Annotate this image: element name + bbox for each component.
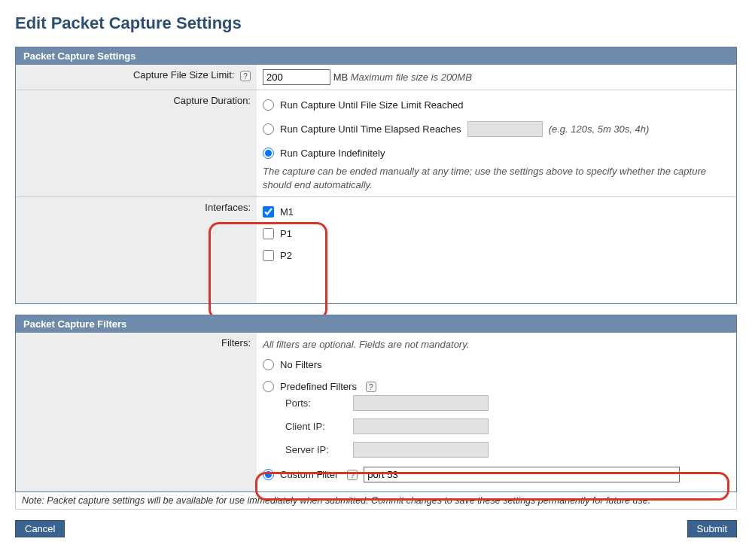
packet-capture-settings-panel: Packet Capture Settings Capture File Siz… xyxy=(15,47,737,304)
submit-button[interactable]: Submit xyxy=(687,520,737,537)
filter-opt-predefined: Predefined Filters xyxy=(280,381,357,392)
help-icon[interactable]: ? xyxy=(240,71,251,81)
filter-radio-predefined[interactable] xyxy=(263,381,274,392)
filter-opt-none: No Filters xyxy=(280,359,322,370)
predef-ports-label: Ports: xyxy=(285,397,346,409)
file-size-unit: MB xyxy=(333,72,349,83)
file-size-input[interactable] xyxy=(263,69,330,85)
cancel-button[interactable]: Cancel xyxy=(15,520,65,537)
duration-time-hint: (e.g. 120s, 5m 30s, 4h) xyxy=(549,123,650,135)
predef-ports-input[interactable] xyxy=(353,395,489,411)
interfaces-label: Interfaces: xyxy=(205,202,251,213)
predef-client-label: Client IP: xyxy=(285,421,346,432)
duration-note: The capture can be ended manually at any… xyxy=(263,165,730,192)
duration-radio-time[interactable] xyxy=(263,123,274,135)
help-icon[interactable]: ? xyxy=(347,470,358,480)
predef-client-input[interactable] xyxy=(353,418,489,434)
duration-radio-indef[interactable] xyxy=(263,148,274,159)
duration-label: Capture Duration: xyxy=(173,95,251,106)
predef-server-label: Server IP: xyxy=(285,444,346,455)
interface-label-p1: P1 xyxy=(280,228,292,239)
duration-opt-indef: Run Capture Indefinitely xyxy=(280,148,385,159)
custom-filter-input[interactable] xyxy=(364,467,680,482)
filter-radio-custom[interactable] xyxy=(263,469,274,480)
file-size-label: Capture File Size Limit: xyxy=(133,69,234,81)
interface-checkbox-p2[interactable] xyxy=(263,250,274,261)
filter-opt-custom: Custom Filter xyxy=(280,469,338,480)
footer-note: Note: Packet capture settings will be av… xyxy=(15,492,737,510)
packet-capture-filters-panel: Packet Capture Filters Filters: All filt… xyxy=(15,315,737,492)
page-title: Edit Packet Capture Settings xyxy=(15,14,737,33)
interface-checkbox-p1[interactable] xyxy=(263,228,274,239)
settings-panel-header: Packet Capture Settings xyxy=(16,47,736,65)
interface-label-m1: M1 xyxy=(280,206,294,218)
help-icon[interactable]: ? xyxy=(366,382,376,392)
duration-opt-size: Run Capture Until File Size Limit Reache… xyxy=(280,99,464,111)
filters-note: All filters are optional. Fields are not… xyxy=(263,339,730,350)
interface-checkbox-m1[interactable] xyxy=(263,206,274,218)
filters-panel-header: Packet Capture Filters xyxy=(16,315,736,333)
filters-label: Filters: xyxy=(221,337,251,348)
interface-label-p2: P2 xyxy=(280,250,292,261)
duration-opt-time: Run Capture Until Time Elapsed Reaches xyxy=(280,123,461,135)
predef-server-input[interactable] xyxy=(353,442,489,458)
duration-time-input[interactable] xyxy=(467,121,543,137)
filter-radio-none[interactable] xyxy=(263,359,274,370)
file-size-hint: Maximum file size is 200MB xyxy=(351,72,472,83)
duration-radio-size[interactable] xyxy=(263,99,274,111)
